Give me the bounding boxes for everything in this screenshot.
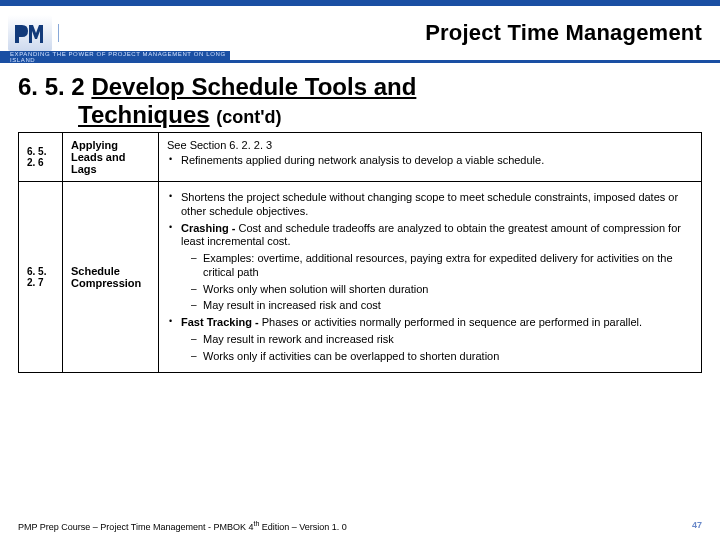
row-number: 6. 5. 2. 6 — [19, 133, 63, 182]
section-title-line2: Techniques — [78, 101, 210, 128]
table-row: 6. 5. 2. 6 Applying Leads and Lags See S… — [19, 133, 702, 182]
logo-text: Project Management Institute Long Island… — [58, 24, 169, 42]
bullet-text: Phases or activities normally performed … — [262, 316, 642, 328]
sub-bullet-item: Works only if activities can be overlapp… — [181, 350, 693, 364]
see-reference: See Section 6. 2. 2. 3 — [167, 139, 693, 151]
section-contd: (cont'd) — [216, 107, 281, 127]
row-description: Shortens the project schedule without ch… — [159, 182, 702, 373]
sub-bullet-item: Works only when solution will shorten du… — [181, 283, 693, 297]
bullet-lead: Crashing - — [181, 222, 238, 234]
footer-text-b: Edition – Version 1. 0 — [259, 522, 347, 532]
header: EXPANDING THE POWER OF PROJECT MANAGEMEN… — [0, 0, 720, 60]
logo-block: EXPANDING THE POWER OF PROJECT MANAGEMEN… — [0, 6, 230, 60]
bullet-item: Refinements applied during network analy… — [167, 154, 693, 168]
content-area: 6. 5. 2. 6 Applying Leads and Lags See S… — [0, 132, 720, 540]
footer-course-info: PMP Prep Course – Project Time Managemen… — [18, 520, 347, 532]
section-title: 6. 5. 2 Develop Schedule Tools and Techn… — [0, 67, 720, 132]
bullet-item: Shortens the project schedule without ch… — [167, 191, 693, 219]
row-number: 6. 5. 2. 7 — [19, 182, 63, 373]
footer-text-a: PMP Prep Course – Project Time Managemen… — [18, 522, 253, 532]
bullet-item: Fast Tracking - Phases or activities nor… — [167, 316, 693, 363]
row-description: See Section 6. 2. 2. 3 Refinements appli… — [159, 133, 702, 182]
page-title: Project Time Management — [230, 20, 720, 46]
sub-bullet-item: May result in rework and increased risk — [181, 333, 693, 347]
org-name-line2: Long Island Chapter — [65, 33, 169, 42]
tagline-bar: EXPANDING THE POWER OF PROJECT MANAGEMEN… — [0, 51, 230, 63]
bullet-lead: Fast Tracking - — [181, 316, 262, 328]
sub-bullet-item: May result in increased risk and cost — [181, 299, 693, 313]
footer: PMP Prep Course – Project Time Managemen… — [0, 520, 720, 532]
row-name: Schedule Compression — [63, 182, 159, 373]
slide: EXPANDING THE POWER OF PROJECT MANAGEMEN… — [0, 0, 720, 540]
section-title-line1: Develop Schedule Tools and — [91, 73, 416, 100]
section-number: 6. 5. 2 — [18, 73, 85, 100]
page-number: 47 — [692, 520, 702, 532]
sub-bullet-item: Examples: overtime, additional resources… — [181, 252, 693, 280]
pmi-logo-icon — [8, 15, 52, 51]
row-name: Applying Leads and Lags — [63, 133, 159, 182]
techniques-table: 6. 5. 2. 6 Applying Leads and Lags See S… — [18, 132, 702, 373]
bullet-text: Cost and schedule tradeoffs are analyzed… — [181, 222, 681, 248]
bullet-item: Crashing - Cost and schedule tradeoffs a… — [167, 222, 693, 314]
table-row: 6. 5. 2. 7 Schedule Compression Shortens… — [19, 182, 702, 373]
